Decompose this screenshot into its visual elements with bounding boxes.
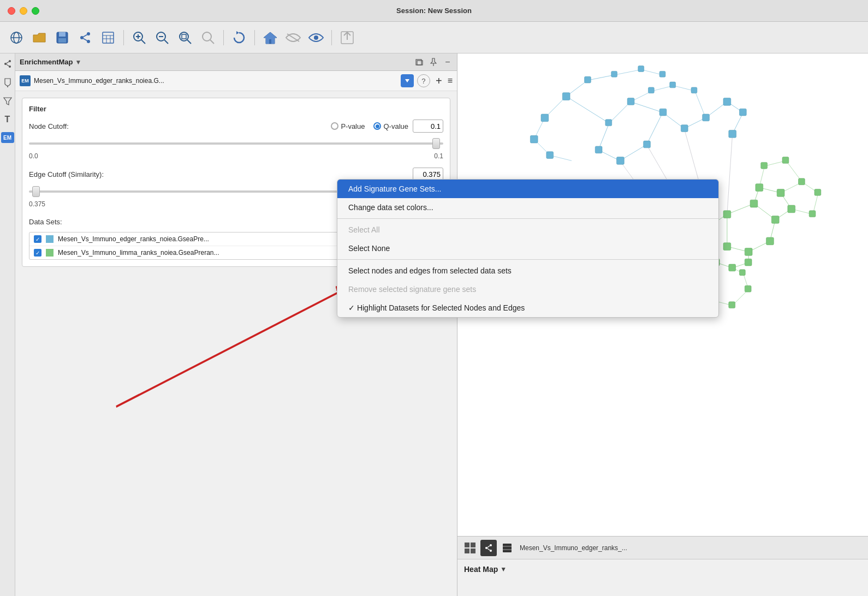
node-slider-container	[29, 136, 443, 151]
svg-line-36	[6, 64, 8, 66]
panel-content: Filter Node Cutoff: P-value Q-value	[15, 91, 457, 596]
dataset-check-1[interactable]: ✓	[34, 235, 41, 243]
panel-pin-icon[interactable]	[429, 57, 438, 67]
network-add-button[interactable]: +	[433, 75, 444, 87]
svg-rect-146	[745, 285, 751, 292]
qvalue-radio-circle[interactable]	[373, 122, 381, 130]
network-menu-button[interactable]: ≡	[448, 76, 453, 86]
node-slider-thumb[interactable]	[432, 138, 440, 149]
network-selector: EM Mesen_Vs_Immuno_edger_ranks_noiea.G..…	[15, 71, 457, 91]
ctx-select-none[interactable]: Select None	[337, 239, 718, 258]
ctx-change-colors[interactable]: Change data set colors...	[337, 198, 718, 217]
toolbar-separator-3	[254, 30, 255, 45]
sidebar-filter-icon[interactable]	[2, 95, 14, 107]
svg-line-44	[116, 293, 337, 407]
pvalue-label: P-value	[341, 122, 365, 130]
svg-rect-131	[777, 189, 784, 197]
svg-rect-157	[503, 544, 512, 552]
svg-rect-113	[723, 98, 731, 106]
svg-point-154	[490, 550, 492, 552]
zoom-in-icon[interactable]	[129, 28, 149, 47]
svg-rect-140	[809, 211, 816, 217]
svg-rect-112	[703, 114, 710, 121]
svg-line-45	[566, 97, 609, 123]
zoom-fit-icon[interactable]	[175, 28, 195, 47]
svg-line-69	[727, 204, 754, 214]
dataset-check-2[interactable]: ✓	[34, 249, 41, 257]
heatmap-dropdown-arrow[interactable]: ▼	[500, 565, 507, 573]
node-slider-track	[29, 142, 443, 145]
panel-header: EnrichmentMap ▼ −	[15, 53, 457, 71]
panel-title-arrow[interactable]: ▼	[75, 58, 82, 66]
minimize-button[interactable]	[20, 7, 27, 15]
refresh-icon[interactable]	[229, 28, 249, 47]
bottom-settings-icon[interactable]	[499, 540, 515, 556]
bottom-grid-icon[interactable]	[462, 540, 478, 556]
toolbar-separator-1	[123, 30, 124, 45]
dataset-name-1: Mesen_Vs_Immuno_edger_ranks_noiea.GseaPr…	[58, 235, 209, 243]
node-cutoff-value[interactable]: 0.1	[413, 120, 443, 133]
panel-close-icon[interactable]: −	[443, 57, 453, 67]
ctx-select-all: Select All	[337, 220, 718, 239]
zoom-out-icon[interactable]	[152, 28, 172, 47]
home-icon[interactable]	[260, 28, 280, 47]
export-icon[interactable]	[337, 28, 357, 47]
dataset-color-green	[46, 249, 53, 257]
sidebar-em-icon[interactable]: EM	[1, 132, 14, 143]
bottom-share-icon[interactable]	[480, 540, 497, 556]
qvalue-radio[interactable]: Q-value	[373, 122, 408, 130]
ctx-select-nodes[interactable]: Select nodes and edges from selected dat…	[337, 261, 718, 280]
svg-rect-139	[815, 189, 821, 196]
hide-icon[interactable]	[283, 28, 303, 47]
svg-line-26	[210, 40, 214, 44]
pvalue-radio[interactable]: P-value	[331, 122, 365, 130]
edge-slider-thumb[interactable]	[32, 186, 40, 197]
sidebar-paint-icon[interactable]	[2, 76, 14, 88]
open-icon[interactable]	[29, 28, 49, 47]
svg-line-22	[164, 40, 168, 44]
ctx-separator-1	[337, 218, 718, 219]
close-button[interactable]	[8, 7, 15, 15]
svg-marker-38	[4, 98, 11, 105]
node-cutoff-row: Node Cutoff: P-value Q-value 0.1	[29, 120, 443, 133]
svg-point-34	[9, 65, 11, 68]
svg-rect-120	[670, 82, 676, 88]
ctx-highlight[interactable]: Highlight Datasets for Selected Nodes an…	[337, 299, 718, 317]
ctx-add-signature[interactable]: Add Signature Gene Sets...	[337, 180, 718, 198]
svg-rect-111	[681, 125, 688, 132]
svg-point-152	[490, 544, 492, 546]
svg-rect-122	[638, 66, 644, 72]
svg-rect-107	[611, 71, 617, 77]
svg-rect-136	[729, 264, 736, 271]
pvalue-radio-circle[interactable]	[331, 122, 338, 130]
save-icon[interactable]	[52, 28, 72, 47]
network-dropdown-button[interactable]	[401, 74, 414, 87]
svg-rect-145	[729, 302, 735, 308]
maximize-button[interactable]	[32, 7, 39, 15]
svg-point-153	[485, 547, 487, 549]
svg-line-19	[141, 40, 145, 44]
show-icon[interactable]	[306, 28, 326, 47]
svg-rect-130	[756, 184, 763, 192]
network-help-button[interactable]: ?	[417, 74, 430, 87]
share-icon[interactable]	[75, 28, 95, 47]
sidebar-share-icon[interactable]	[2, 58, 14, 70]
svg-point-25	[203, 32, 211, 41]
enrichment-map-panel: EnrichmentMap ▼ − EM Mesen_Vs_Immuno_edg…	[15, 53, 457, 596]
panel-restore-icon[interactable]	[414, 57, 424, 67]
svg-rect-123	[659, 71, 665, 77]
svg-rect-121	[691, 87, 697, 93]
svg-rect-124	[723, 211, 731, 218]
svg-rect-137	[745, 259, 752, 266]
svg-rect-148	[465, 543, 469, 547]
svg-rect-127	[766, 237, 774, 245]
table-icon[interactable]	[98, 28, 118, 47]
svg-rect-117	[530, 135, 538, 143]
svg-line-156	[487, 549, 490, 550]
zoom-sel-icon[interactable]	[198, 28, 218, 47]
sidebar-text-icon[interactable]: T	[2, 114, 14, 126]
svg-line-10	[84, 38, 87, 40]
svg-line-35	[6, 62, 8, 63]
node-cutoff-label: Node Cutoff:	[29, 122, 94, 130]
network-icon[interactable]	[7, 28, 26, 47]
